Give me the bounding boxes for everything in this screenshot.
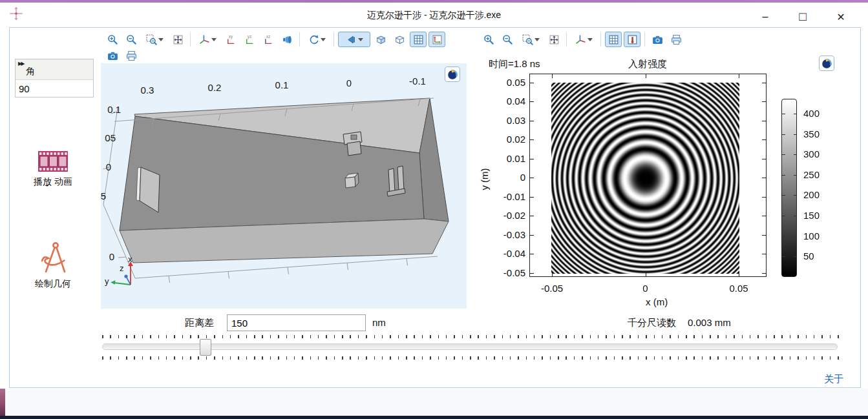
view3d-left-tick-label: 0 — [106, 161, 111, 172]
xy-view-button[interactable] — [222, 32, 239, 47]
zoom-out-button[interactable] — [499, 32, 516, 47]
color-legend-button[interactable] — [624, 32, 640, 47]
plot-ytick-label: -0.01 — [492, 191, 525, 202]
plot-xtick — [739, 272, 739, 276]
printer-icon — [126, 50, 137, 61]
plot-ytick-label: 0.05 — [492, 77, 525, 88]
colorbar-tick-label: 200 — [803, 189, 820, 200]
print-button[interactable] — [668, 32, 684, 47]
distance-slider-track[interactable] — [102, 343, 838, 350]
colorbar-tick — [782, 236, 785, 237]
toolbar-separator — [190, 32, 191, 46]
maximize-button[interactable]: □ — [789, 8, 816, 26]
chevron-down-icon — [587, 38, 593, 44]
grid-icon — [608, 34, 619, 45]
xz-view-button[interactable] — [260, 32, 277, 47]
zoom-out-button[interactable] — [123, 32, 140, 47]
comsol-logo-button[interactable] — [819, 56, 834, 71]
chevron-down-icon — [535, 38, 540, 44]
time-annotation: 时间=1.8 ns — [489, 58, 540, 70]
slider-ticks-bottom — [102, 356, 838, 360]
rotate-button[interactable] — [304, 32, 330, 47]
interferometer-3d-model: x z y — [101, 63, 467, 309]
default-view-button[interactable] — [571, 32, 597, 47]
distance-input[interactable] — [227, 314, 366, 331]
scene-light-button[interactable] — [279, 32, 295, 47]
grid-icon — [413, 34, 424, 45]
plot-xtick-label: -0.05 — [541, 283, 563, 294]
model-beamsplitter-front — [345, 177, 355, 188]
zoom-in-button[interactable] — [104, 32, 121, 47]
colorbar-tick-label: 300 — [803, 148, 820, 159]
chevron-down-icon — [358, 38, 363, 44]
plot-ytick — [762, 139, 766, 140]
comsol-logo-button[interactable] — [445, 66, 460, 82]
toolbar-separator — [600, 32, 601, 46]
snapshot-button[interactable] — [104, 48, 121, 63]
yz-view-button[interactable] — [241, 32, 258, 47]
zoom-out-icon — [126, 34, 137, 45]
plot-ytick — [530, 121, 534, 121]
about-link[interactable]: 关于 — [824, 373, 843, 385]
plot-xtick — [552, 272, 553, 276]
comsol-logo-icon — [446, 68, 459, 81]
colorbar-tick — [794, 216, 797, 216]
axis-orientation-button[interactable] — [429, 32, 445, 47]
colorbar-tick — [794, 134, 797, 135]
wireframe-box-icon — [394, 34, 405, 45]
triad-z-label: z — [120, 263, 124, 273]
view3d-canvas[interactable]: x z y — [101, 63, 467, 309]
y-axis-label: y (m) — [479, 161, 490, 198]
snapshot-button[interactable] — [649, 32, 666, 47]
double-chevron-icon: ▶▶ — [18, 61, 23, 66]
distance-slider-thumb[interactable] — [200, 339, 211, 356]
axis-triad-icon — [199, 34, 210, 45]
angle-panel: ▶▶ 角 — [15, 59, 94, 97]
chevron-down-icon — [158, 38, 164, 44]
view-cone-menu-button[interactable] — [338, 32, 370, 47]
zoom-out-icon — [502, 34, 513, 45]
printer-icon — [671, 34, 682, 45]
play-animation-button[interactable]: 播放 动画 — [17, 150, 89, 188]
angle-panel-header[interactable]: ▶▶ 角 — [16, 59, 93, 80]
colorbar-tick — [794, 175, 797, 176]
view3d-top-tick-label: 0.1 — [275, 79, 289, 90]
angle-input[interactable] — [16, 80, 93, 97]
plot-ytick — [530, 159, 534, 159]
zoom-in-button[interactable] — [480, 32, 497, 47]
plot-xtick — [552, 74, 553, 78]
film-icon — [37, 150, 69, 172]
zoom-extents-button[interactable] — [169, 32, 186, 47]
plot-ytick — [762, 178, 766, 178]
plot-xtick-label: 0.05 — [729, 283, 748, 294]
minimize-button[interactable]: – — [752, 8, 779, 26]
close-button[interactable]: ✕ — [827, 8, 854, 26]
plot-xtick-label: 0 — [642, 283, 648, 294]
toolbar-separator — [566, 32, 567, 46]
colorbar-tick — [782, 216, 785, 216]
plot-ytick — [762, 235, 766, 236]
colorbar-tick — [782, 114, 785, 114]
zoom-in-icon — [107, 34, 118, 45]
zoom-extents-button[interactable] — [545, 32, 562, 47]
print-button[interactable] — [123, 48, 140, 63]
grid-button[interactable] — [410, 32, 427, 47]
draw-geometry-button[interactable]: 绘制几何 — [17, 241, 89, 290]
title-bar: 迈克尔逊干涉 - 迈克尔逊干涉.exe – □ ✕ — [0, 3, 868, 27]
xy-view-icon — [226, 34, 237, 45]
zoom-box-button[interactable] — [142, 32, 167, 47]
wireframe-button[interactable] — [391, 32, 408, 47]
plot-ytick — [762, 101, 766, 102]
transparency-button[interactable] — [372, 32, 389, 47]
colorbar-tick — [782, 134, 785, 135]
default-3d-view-button[interactable] — [195, 32, 220, 47]
model-detector-prong1 — [388, 169, 395, 194]
interference-pattern[interactable] — [551, 83, 739, 274]
plot-ytick — [530, 254, 534, 254]
grid-button[interactable] — [605, 32, 622, 47]
distance-label: 距离差 — [185, 317, 214, 329]
plot-ytick — [762, 216, 766, 216]
plot-ytick-label: -0.02 — [492, 210, 525, 221]
zoom-box-button[interactable] — [518, 32, 544, 47]
view3d-left-tick-label: 0.1 — [107, 104, 121, 115]
